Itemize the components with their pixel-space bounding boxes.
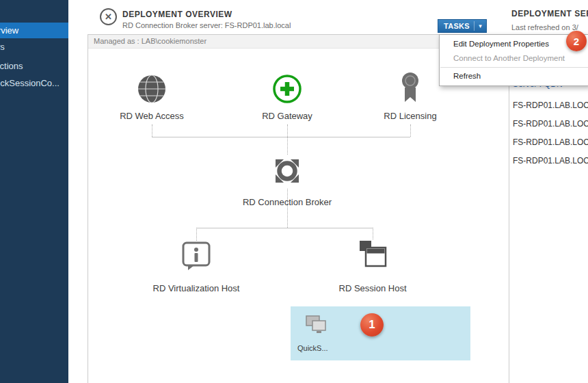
deployment-overview-title: DEPLOYMENT OVERVIEW [122, 10, 232, 19]
session-host-server-icon [357, 260, 388, 272]
connection-broker-subtitle: RD Connection Broker server: FS-RDP01.la… [122, 21, 291, 29]
connector-line [152, 124, 152, 137]
rds-sidebar: Overview Servers Collections QuickSessio… [0, 0, 68, 383]
rd-connection-broker-label: RD Connection Broker [243, 197, 332, 207]
rd-gateway-tile[interactable] [272, 74, 302, 107]
tasks-button-label: TASKS [438, 22, 474, 30]
sidebar-item-collections[interactable]: Collections [0, 58, 68, 74]
connector-line [196, 228, 373, 228]
connector-line [373, 228, 373, 239]
sidebar-item-overview[interactable]: Overview [0, 23, 68, 38]
broker-target-icon [271, 178, 304, 189]
server-row[interactable]: FS-RDP01.LAB.LOCAL [513, 119, 588, 129]
sidebar-item-label: Collections [0, 58, 23, 74]
step-badge-2: 2 [566, 31, 587, 51]
menu-separator [440, 67, 588, 68]
server-row[interactable]: FS-RDP01.LAB.LOCAL [513, 101, 588, 110]
rd-web-access-label: RD Web Access [120, 111, 184, 121]
ribbon-award-icon [397, 94, 424, 106]
step-badge-1: 1 [360, 313, 384, 336]
server-manager-rds-overview: Overview Servers Collections QuickSessio… [0, 0, 588, 383]
connector-line [410, 124, 411, 137]
connector-line [287, 189, 288, 228]
globe-icon [137, 94, 167, 106]
tasks-button[interactable]: TASKS ▾ [438, 19, 487, 33]
rd-licensing-label: RD Licensing [384, 111, 436, 121]
server-row[interactable]: FS-RDP01.LAB.LOCAL [513, 137, 588, 147]
server-row[interactable]: FS-RDP01.LAB.LOCAL [513, 156, 588, 166]
deployment-servers-title: DEPLOYMENT SERVERS [511, 9, 588, 18]
info-bubble-icon [181, 261, 211, 273]
menu-item-refresh[interactable]: Refresh [440, 69, 588, 83]
rd-licensing-tile[interactable] [397, 71, 424, 107]
connector-line [196, 228, 197, 241]
rd-gateway-label: RD Gateway [262, 111, 312, 121]
menu-item-connect-to-another-deployment: Connect to Another Deployment [440, 51, 588, 66]
sidebar-item-label: Overview [0, 23, 18, 38]
last-refreshed-text: Last refreshed on 3/ [511, 23, 578, 31]
rd-virtualization-host-tile[interactable] [181, 241, 211, 274]
rd-session-host-tile[interactable] [357, 239, 388, 272]
collection-monitors-icon [305, 315, 330, 339]
connector-line [152, 137, 410, 137]
rd-connection-broker-tile[interactable] [271, 155, 304, 190]
add-role-plus-icon [272, 94, 302, 106]
sidebar-item-servers[interactable]: Servers [0, 39, 68, 55]
chevron-down-icon: ▾ [475, 20, 486, 32]
rd-web-access-tile[interactable] [137, 74, 167, 107]
sidebar-item-quicksessioncollection[interactable]: QuickSessionCo... [0, 75, 68, 91]
sidebar-item-label: Servers [0, 39, 5, 55]
rd-session-host-label: RD Session Host [339, 283, 407, 293]
sidebar-item-label: QuickSessionCo... [0, 75, 59, 91]
deployment-overview-icon: ✕ [100, 8, 117, 25]
rd-virtualization-host-label: RD Virtualization Host [153, 283, 240, 293]
connector-line [287, 124, 288, 155]
collection-name-label: QuickS... [297, 344, 328, 352]
